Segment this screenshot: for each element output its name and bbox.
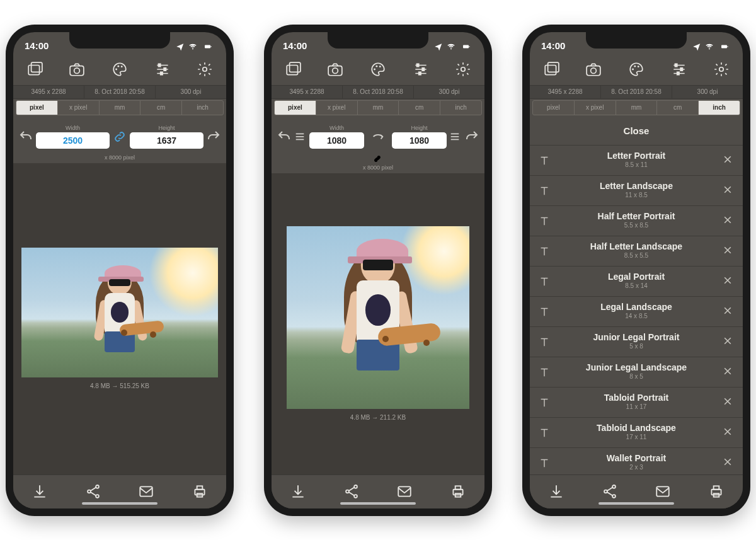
- preset-dimensions: 2 x 3: [559, 464, 714, 471]
- unit-tab-inch[interactable]: inch: [440, 101, 481, 115]
- height-input[interactable]: 1637: [130, 132, 203, 149]
- unit-tabs: pixel x pixel mm cm inch: [274, 100, 482, 115]
- preset-name: Tabloid Landscape: [559, 423, 714, 433]
- presets-left-icon[interactable]: [294, 130, 307, 143]
- preset-dimensions: 8.5 x 11: [559, 161, 714, 169]
- preset-row[interactable]: Half Letter Landscape8.5 x 5.5: [530, 236, 743, 267]
- print-icon[interactable]: [707, 482, 726, 501]
- link-aspect-icon[interactable]: [372, 154, 384, 165]
- settings-icon[interactable]: [454, 60, 472, 78]
- notch: [69, 32, 170, 49]
- delete-preset-icon[interactable]: [723, 396, 734, 408]
- airplane-mode-icon: [176, 42, 185, 51]
- delete-preset-icon[interactable]: [723, 336, 734, 347]
- delete-preset-icon[interactable]: [723, 215, 734, 226]
- text-format-icon: [539, 185, 550, 196]
- presets-right-icon[interactable]: [449, 130, 462, 143]
- info-date: 8. Oct 2018 20:58: [84, 86, 156, 98]
- mail-icon[interactable]: [653, 482, 672, 501]
- share-icon[interactable]: [600, 482, 619, 501]
- share-icon[interactable]: [342, 482, 361, 501]
- top-toolbar: [13, 54, 226, 85]
- preset-row[interactable]: Half Letter Portrait5.5 x 8.5: [530, 206, 743, 236]
- unit-tab-pixel[interactable]: pixel: [533, 101, 575, 115]
- print-icon[interactable]: [190, 482, 209, 501]
- download-icon[interactable]: [547, 482, 566, 501]
- home-indicator: [340, 502, 416, 505]
- palette-icon[interactable]: [111, 60, 129, 78]
- preview-image: [287, 226, 469, 409]
- sliders-icon[interactable]: [154, 60, 171, 78]
- download-icon[interactable]: [30, 482, 49, 501]
- unit-tab-pixel[interactable]: pixel: [275, 101, 316, 115]
- download-icon[interactable]: [289, 482, 307, 501]
- preset-row[interactable]: Tabloid Landscape17 x 11: [530, 418, 743, 448]
- mail-icon[interactable]: [137, 482, 156, 501]
- unit-tab-cm[interactable]: cm: [657, 101, 699, 115]
- text-format-icon: [539, 245, 550, 256]
- sliders-icon[interactable]: [412, 60, 430, 78]
- battery-icon: [718, 43, 731, 50]
- undo-button[interactable]: [18, 129, 33, 144]
- text-format-icon: [539, 427, 550, 438]
- delete-preset-icon[interactable]: [723, 306, 734, 317]
- height-label: Height: [411, 125, 427, 131]
- settings-icon[interactable]: [713, 60, 730, 78]
- height-input[interactable]: 1080: [392, 132, 447, 149]
- print-icon[interactable]: [449, 482, 467, 501]
- unit-tab-cm[interactable]: cm: [399, 101, 440, 115]
- unit-tab-mm[interactable]: mm: [616, 101, 658, 115]
- gallery-icon[interactable]: [26, 60, 43, 78]
- swap-dimensions-icon[interactable]: [367, 129, 389, 145]
- preset-row[interactable]: Legal Landscape14 x 8.5: [530, 297, 743, 327]
- sliders-icon[interactable]: [670, 60, 688, 78]
- unit-tab-pixel[interactable]: pixel: [16, 101, 58, 115]
- camera-icon[interactable]: [326, 60, 344, 78]
- delete-preset-icon[interactable]: [723, 427, 734, 438]
- unit-tab-mm[interactable]: mm: [358, 101, 399, 115]
- delete-preset-icon[interactable]: [723, 154, 734, 166]
- close-presets-button[interactable]: Close: [530, 117, 743, 146]
- preset-row[interactable]: Letter Portrait8.5 x 11: [530, 146, 743, 176]
- max-pixel-note: x 8000 pixel: [272, 164, 484, 173]
- text-format-icon: [539, 154, 550, 166]
- preset-row[interactable]: Letter Landscape11 x 8.5: [530, 176, 743, 206]
- gallery-icon[interactable]: [284, 60, 302, 78]
- unit-tab-inch[interactable]: inch: [182, 101, 223, 115]
- unit-tab-mm[interactable]: mm: [100, 101, 141, 115]
- wifi-icon: [704, 42, 714, 51]
- redo-button[interactable]: [206, 129, 221, 144]
- delete-preset-icon[interactable]: [723, 457, 734, 468]
- unit-tab-xpixel[interactable]: x pixel: [316, 101, 358, 115]
- preset-dimensions: 17 x 11: [559, 434, 714, 441]
- preset-row[interactable]: Junior Legal Landscape8 x 5: [530, 357, 743, 388]
- preset-row[interactable]: Junior Legal Portrait5 x 8: [530, 327, 743, 357]
- size-comparison: 4.8 MB → 211.2 KB: [350, 414, 406, 421]
- delete-preset-icon[interactable]: [723, 245, 734, 256]
- share-icon[interactable]: [84, 482, 103, 501]
- mail-icon[interactable]: [395, 482, 414, 501]
- preset-row[interactable]: Legal Portrait8.5 x 14: [530, 267, 743, 297]
- notch: [328, 32, 428, 49]
- preset-row[interactable]: Wallet Portrait2 x 3: [530, 448, 743, 474]
- unit-tab-xpixel[interactable]: x pixel: [575, 101, 616, 115]
- phone-2: 14:00 3495 x 2288 8. Oct 2018 20:58 300 …: [264, 25, 492, 516]
- palette-icon[interactable]: [627, 60, 645, 78]
- width-input[interactable]: 2500: [36, 132, 110, 149]
- delete-preset-icon[interactable]: [723, 185, 734, 196]
- camera-icon[interactable]: [68, 60, 86, 78]
- settings-icon[interactable]: [196, 60, 214, 78]
- gallery-icon[interactable]: [542, 60, 560, 78]
- camera-icon[interactable]: [585, 60, 602, 78]
- delete-preset-icon[interactable]: [723, 275, 734, 287]
- undo-button[interactable]: [277, 129, 292, 144]
- preset-row[interactable]: Tabloid Portrait11 x 17: [530, 388, 743, 418]
- unit-tab-inch[interactable]: inch: [699, 101, 740, 115]
- unit-tab-xpixel[interactable]: x pixel: [58, 101, 100, 115]
- link-aspect-icon[interactable]: [112, 129, 127, 144]
- unit-tab-cm[interactable]: cm: [140, 101, 182, 115]
- width-input[interactable]: 1080: [309, 132, 364, 149]
- delete-preset-icon[interactable]: [723, 366, 734, 377]
- redo-button[interactable]: [464, 129, 479, 144]
- palette-icon[interactable]: [369, 60, 387, 78]
